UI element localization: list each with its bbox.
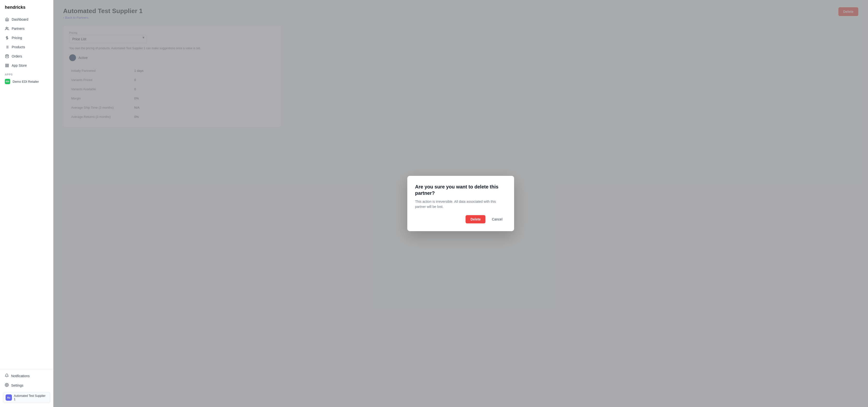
svg-point-0 [6,27,7,28]
sidebar-item-settings-label: Settings [11,383,24,387]
store-name: Automated Test Supplier 1 [14,394,48,401]
bag-icon [5,54,9,59]
sidebar-item-partners-label: Partners [12,27,25,31]
sidebar-item-appstore[interactable]: App Store [0,61,53,70]
app-logo: hendricks [0,0,53,14]
main-content: Automated Test Supplier 1 ‹ Back to Part… [53,0,868,407]
modal-overlay: Are you sure you want to delete this par… [53,0,868,407]
home-icon [5,17,9,22]
dollar-icon [5,36,9,40]
sidebar-item-demo-edi-label: Demo EDI Retailer [12,80,39,83]
apps-section-label: Apps [0,70,53,77]
modal-title: Are you sure you want to delete this par… [415,183,506,196]
bell-icon [5,374,9,378]
svg-rect-11 [7,66,8,67]
sidebar-item-dashboard-label: Dashboard [12,18,28,21]
modal-actions: Delete Cancel [415,215,506,224]
svg-rect-10 [7,64,8,65]
people-icon [5,27,9,31]
sidebar-item-orders-label: Orders [12,54,22,58]
sidebar-item-products[interactable]: Products [0,42,53,52]
sidebar-item-settings[interactable]: Settings [0,380,53,390]
sidebar-nav: Dashboard Partners Pricing Products Orde… [0,14,53,369]
sidebar-item-dashboard[interactable]: Dashboard [0,15,53,24]
modal-cancel-button[interactable]: Cancel [488,215,506,224]
sidebar-item-appstore-label: App Store [12,64,27,67]
sidebar-bottom: Notifications Settings Au Automated Test… [0,369,53,407]
svg-rect-12 [6,66,7,67]
sidebar-item-pricing[interactable]: Pricing [0,33,53,42]
svg-rect-9 [6,64,7,65]
modal-delete-button[interactable]: Delete [466,215,486,224]
modal-body: This action is irreversible. All data as… [415,199,506,209]
sidebar: hendricks Dashboard Partners Pricing Pro… [0,0,53,407]
edi-app-icon: EDI [5,79,10,84]
delete-confirm-modal: Are you sure you want to delete this par… [407,176,514,231]
sidebar-item-partners[interactable]: Partners [0,24,53,33]
grid-icon [5,63,9,68]
sidebar-item-notifications-label: Notifications [11,374,30,378]
sidebar-item-products-label: Products [12,45,25,49]
store-avatar: Au [6,395,12,401]
gear-icon [5,383,9,387]
list-icon [5,45,9,49]
sidebar-item-pricing-label: Pricing [12,36,22,40]
svg-point-13 [6,384,7,385]
sidebar-item-notifications[interactable]: Notifications [0,371,53,380]
current-store[interactable]: Au Automated Test Supplier 1 [3,392,50,403]
sidebar-item-demo-edi[interactable]: EDI Demo EDI Retailer [0,77,53,86]
sidebar-item-orders[interactable]: Orders [0,52,53,61]
